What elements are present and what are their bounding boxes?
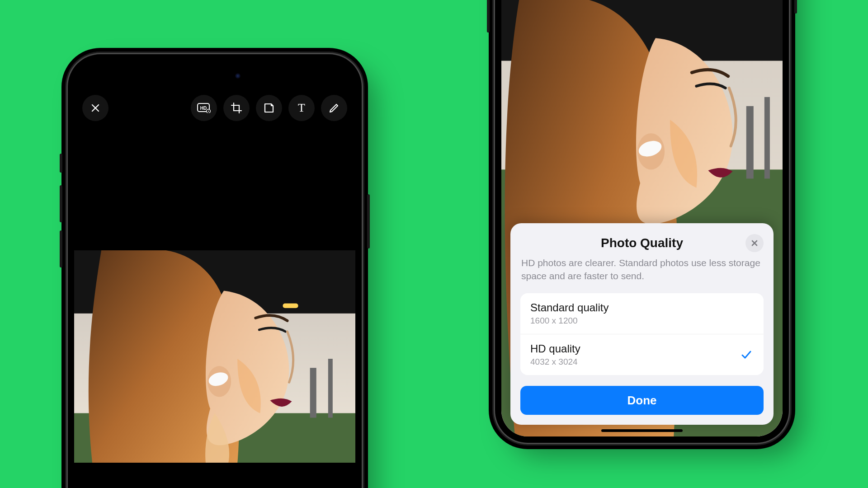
- crop-rotate-button[interactable]: [223, 95, 250, 121]
- option-resolution: 4032 x 3024: [530, 357, 754, 367]
- phone-side-button: [60, 230, 62, 267]
- close-icon: [750, 239, 759, 247]
- done-button[interactable]: Done: [520, 386, 764, 415]
- photo-preview[interactable]: [74, 250, 355, 463]
- svg-rect-11: [283, 304, 298, 308]
- checkmark-icon: [740, 348, 753, 361]
- photo-quality-sheet: Photo Quality HD photos are clearer. Sta…: [510, 223, 774, 425]
- editor-tools-group: HD: [191, 95, 347, 121]
- sheet-header: Photo Quality: [520, 236, 764, 250]
- home-indicator[interactable]: [601, 429, 683, 432]
- phone-side-button: [60, 185, 62, 222]
- phone-side-button: [367, 194, 370, 249]
- quality-options: Standard quality 1600 x 1200 HD quality …: [520, 293, 764, 375]
- option-resolution: 1600 x 1200: [530, 316, 754, 326]
- svg-point-3: [208, 111, 209, 112]
- sticker-icon: [263, 102, 275, 114]
- sheet-description: HD photos are clearer. Standard photos u…: [520, 257, 764, 282]
- svg-rect-8: [328, 359, 333, 418]
- svg-rect-15: [746, 106, 754, 179]
- svg-rect-7: [310, 368, 316, 418]
- phone-right: Photo Quality HD photos are clearer. Sta…: [495, 0, 789, 443]
- draw-button[interactable]: [321, 95, 347, 121]
- option-standard-quality[interactable]: Standard quality 1600 x 1200: [520, 293, 764, 334]
- hd-settings-button[interactable]: HD: [191, 95, 217, 121]
- option-hd-quality[interactable]: HD quality 4032 x 3024: [520, 334, 764, 375]
- crop-rotate-icon: [230, 102, 243, 114]
- close-button[interactable]: [82, 95, 108, 121]
- close-icon: [90, 103, 101, 113]
- phone-screen-left: HD: [74, 61, 355, 488]
- hd-settings-icon: HD: [197, 103, 211, 113]
- phone-side-button: [794, 0, 797, 14]
- phone-screen-right: Photo Quality HD photos are clearer. Sta…: [501, 0, 783, 436]
- draw-icon: [328, 102, 340, 114]
- option-label: Standard quality: [530, 301, 754, 314]
- sheet-title: Photo Quality: [520, 236, 764, 250]
- sticker-button[interactable]: [256, 95, 282, 121]
- editor-toolbar: HD: [74, 92, 355, 124]
- option-label: HD quality: [530, 343, 754, 355]
- phone-side-button: [487, 0, 490, 33]
- phone-left: HD: [68, 54, 362, 488]
- phone-side-button: [60, 154, 62, 173]
- svg-text:HD: HD: [200, 106, 207, 111]
- text-icon: T: [298, 101, 305, 115]
- svg-rect-16: [764, 97, 770, 179]
- text-button[interactable]: T: [288, 95, 315, 121]
- dynamic-island: [176, 67, 253, 85]
